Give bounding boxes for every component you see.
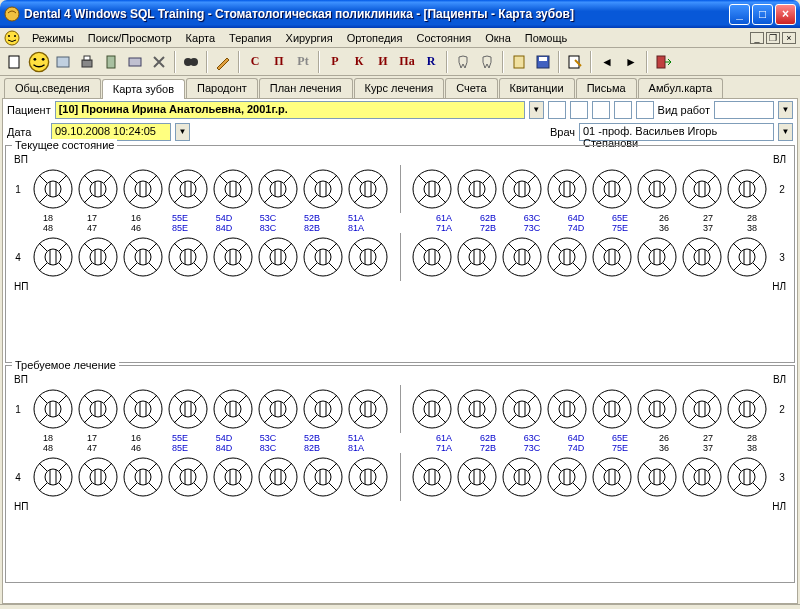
tooth[interactable] <box>455 236 499 278</box>
tooth[interactable] <box>500 456 544 498</box>
tooth[interactable] <box>256 456 300 498</box>
tooth[interactable] <box>410 388 454 430</box>
tooth[interactable] <box>545 456 589 498</box>
tool-r2[interactable]: R <box>420 51 442 73</box>
tool-device[interactable] <box>124 51 146 73</box>
tooth[interactable] <box>301 168 345 210</box>
tool-new[interactable] <box>4 51 26 73</box>
tool-phone[interactable] <box>100 51 122 73</box>
tooth[interactable] <box>680 456 724 498</box>
menu-modes[interactable]: Режимы <box>26 30 80 46</box>
tooth[interactable] <box>545 236 589 278</box>
tool-binoculars[interactable] <box>180 51 202 73</box>
tool-i[interactable]: И <box>372 51 394 73</box>
menu-orthopedics[interactable]: Ортопедия <box>341 30 409 46</box>
tool-pt[interactable]: Pt <box>292 51 314 73</box>
tooth[interactable] <box>635 388 679 430</box>
tooth[interactable] <box>76 456 120 498</box>
tooth[interactable] <box>635 168 679 210</box>
tooth[interactable] <box>500 236 544 278</box>
tool-cards[interactable] <box>52 51 74 73</box>
work-field[interactable] <box>714 101 774 119</box>
tooth[interactable] <box>31 456 75 498</box>
filter-box-5[interactable] <box>636 101 654 119</box>
tooth[interactable] <box>211 388 255 430</box>
patient-dropdown[interactable]: ▼ <box>529 101 544 119</box>
tooth[interactable] <box>725 236 769 278</box>
tooth[interactable] <box>590 168 634 210</box>
tooth[interactable] <box>301 388 345 430</box>
menu-help[interactable]: Помощь <box>519 30 574 46</box>
mdi-restore[interactable]: ❐ <box>766 32 780 44</box>
tool-save[interactable] <box>532 51 554 73</box>
tab-ambulatory[interactable]: Амбул.карта <box>638 78 724 98</box>
tooth[interactable] <box>680 236 724 278</box>
tooth[interactable] <box>725 168 769 210</box>
tab-teeth-chart[interactable]: Карта зубов <box>102 79 185 99</box>
filter-box-2[interactable] <box>570 101 588 119</box>
tooth[interactable] <box>31 388 75 430</box>
tooth[interactable] <box>500 388 544 430</box>
menu-surgery[interactable]: Хирургия <box>280 30 339 46</box>
mdi-minimize[interactable]: _ <box>750 32 764 44</box>
menu-search[interactable]: Поиск/Просмотр <box>82 30 178 46</box>
tooth[interactable] <box>166 456 210 498</box>
tooth[interactable] <box>455 388 499 430</box>
tooth[interactable] <box>725 456 769 498</box>
tooth[interactable] <box>31 236 75 278</box>
tooth[interactable] <box>635 236 679 278</box>
tooth[interactable] <box>680 168 724 210</box>
tooth[interactable] <box>121 236 165 278</box>
tooth[interactable] <box>256 236 300 278</box>
menu-chart[interactable]: Карта <box>180 30 221 46</box>
tooth[interactable] <box>500 168 544 210</box>
tool-exit[interactable] <box>652 51 674 73</box>
maximize-button[interactable]: □ <box>752 4 773 25</box>
tool-c[interactable]: С <box>244 51 266 73</box>
tooth[interactable] <box>455 456 499 498</box>
tab-letters[interactable]: Письма <box>576 78 637 98</box>
tooth[interactable] <box>121 388 165 430</box>
tab-plan[interactable]: План лечения <box>259 78 353 98</box>
tool-tooth1[interactable] <box>452 51 474 73</box>
tab-receipts[interactable]: Квитанции <box>499 78 575 98</box>
filter-box-1[interactable] <box>548 101 566 119</box>
tooth[interactable] <box>590 456 634 498</box>
tooth[interactable] <box>346 168 390 210</box>
tooth[interactable] <box>211 236 255 278</box>
tab-parodont[interactable]: Пародонт <box>186 78 258 98</box>
tooth[interactable] <box>635 456 679 498</box>
tool-print[interactable] <box>76 51 98 73</box>
tooth[interactable] <box>410 456 454 498</box>
date-dropdown[interactable]: ▼ <box>175 123 190 141</box>
tool-next[interactable]: ► <box>620 51 642 73</box>
tooth[interactable] <box>590 236 634 278</box>
tooth[interactable] <box>725 388 769 430</box>
doctor-dropdown[interactable]: ▼ <box>778 123 793 141</box>
close-button[interactable]: × <box>775 4 796 25</box>
tooth[interactable] <box>301 236 345 278</box>
tooth[interactable] <box>211 456 255 498</box>
tooth[interactable] <box>256 168 300 210</box>
doctor-field[interactable]: 01 -проф. Васильев Игорь Степанови <box>579 123 774 141</box>
tooth[interactable] <box>121 168 165 210</box>
menu-therapy[interactable]: Терапия <box>223 30 278 46</box>
tooth[interactable] <box>590 388 634 430</box>
tooth[interactable] <box>346 236 390 278</box>
tooth[interactable] <box>166 236 210 278</box>
tooth[interactable] <box>76 388 120 430</box>
work-dropdown[interactable]: ▼ <box>778 101 793 119</box>
tooth[interactable] <box>166 168 210 210</box>
mdi-close[interactable]: × <box>782 32 796 44</box>
tool-smiley[interactable] <box>28 51 50 73</box>
tab-bills[interactable]: Счета <box>445 78 497 98</box>
menu-states[interactable]: Состояния <box>410 30 477 46</box>
tool-r1[interactable]: Р <box>324 51 346 73</box>
tooth[interactable] <box>166 388 210 430</box>
tooth[interactable] <box>346 388 390 430</box>
tool-p[interactable]: П <box>268 51 290 73</box>
tool-prev[interactable]: ◄ <box>596 51 618 73</box>
tooth[interactable] <box>121 456 165 498</box>
tab-course[interactable]: Курс лечения <box>354 78 445 98</box>
tooth[interactable] <box>211 168 255 210</box>
